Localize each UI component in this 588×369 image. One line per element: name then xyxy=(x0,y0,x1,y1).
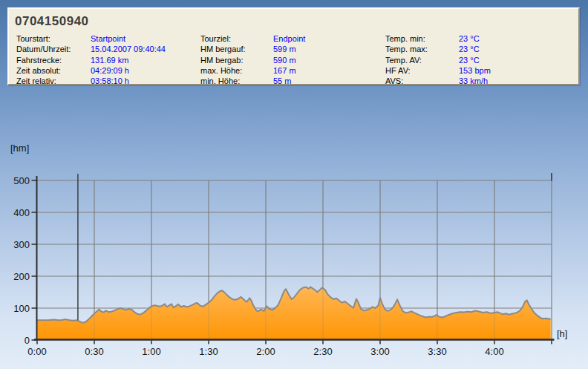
x-axis xyxy=(34,340,555,344)
app-background: { "window": { "title": "0704150940" }, "… xyxy=(0,0,588,369)
info-label: Datum/Uhrzeit: xyxy=(16,44,91,54)
info-label: Tourziel: xyxy=(200,33,273,44)
info-value: Endpoint xyxy=(273,34,305,43)
info-value: 15.04.2007 09:40:44 xyxy=(91,45,166,53)
info-value: 23 °C xyxy=(459,45,480,53)
svg-text:1:00: 1:00 xyxy=(142,346,160,357)
y-tick-labels: 0100200300400500 xyxy=(13,175,30,346)
info-label: Zeit absolut: xyxy=(16,65,91,76)
info-label: Tourstart: xyxy=(16,33,91,44)
info-row: Temp. AV:23 °C xyxy=(385,55,491,65)
y-axis-unit-label: [hm] xyxy=(10,143,29,154)
info-value: 23 °C xyxy=(459,56,480,65)
info-row: HM bergab:590 m xyxy=(200,55,305,65)
info-column-tour: Tourstart:StartpointDatum/Uhrzeit:15.04.… xyxy=(16,33,166,86)
info-label: max. Höhe: xyxy=(200,65,273,76)
svg-text:4:00: 4:00 xyxy=(485,346,503,357)
x-tick-labels: 0:000:301:001:302:002:303:003:304:00 xyxy=(27,346,503,357)
info-label: Fahrstrecke: xyxy=(16,55,91,65)
elevation-chart[interactable]: 01002003004005000:000:301:001:302:002:30… xyxy=(0,137,588,369)
info-row: AVS:33 km/h xyxy=(385,76,491,86)
info-row: Tourziel:Endpoint xyxy=(200,33,305,44)
svg-text:300: 300 xyxy=(13,239,30,250)
info-row: Datum/Uhrzeit:15.04.2007 09:40:44 xyxy=(16,44,166,54)
info-row: Fahrstrecke:131.69 km xyxy=(16,55,166,65)
info-row: HM bergauf:599 m xyxy=(200,44,305,54)
info-label: HF AV: xyxy=(385,65,459,76)
tour-title: 0704150940 xyxy=(15,14,578,29)
info-label: HM bergab: xyxy=(200,55,273,65)
elevation-area xyxy=(37,287,551,340)
info-row: Tourstart:Startpoint xyxy=(16,33,166,44)
info-label: HM bergauf: xyxy=(200,44,273,54)
svg-text:0:00: 0:00 xyxy=(27,346,46,357)
info-label: AVS: xyxy=(385,76,459,86)
svg-text:0: 0 xyxy=(24,335,30,346)
svg-text:3:30: 3:30 xyxy=(428,346,446,357)
svg-text:1:30: 1:30 xyxy=(199,346,218,357)
info-value: 153 bpm xyxy=(459,66,491,75)
svg-text:500: 500 xyxy=(13,175,30,186)
info-row: HF AV:153 bpm xyxy=(385,65,491,76)
info-value: 131.69 km xyxy=(91,56,128,65)
info-column-elevation: Tourziel:EndpointHM bergauf:599 mHM berg… xyxy=(200,33,305,86)
info-row: Zeit absolut:04:29:09 h xyxy=(16,65,166,76)
info-row: max. Höhe:167 m xyxy=(200,65,305,76)
info-row: Temp. max:23 °C xyxy=(385,44,491,54)
info-row: Zeit relativ:03:58:10 h xyxy=(16,76,166,86)
info-value: 599 m xyxy=(273,45,296,53)
info-column-stats: Temp. min:23 °CTemp. max:23 °CTemp. AV:2… xyxy=(385,33,491,86)
info-label: Temp. AV: xyxy=(385,55,459,65)
info-value: 55 m xyxy=(273,76,291,85)
info-value: 167 m xyxy=(273,66,296,75)
info-label: Temp. min: xyxy=(385,33,459,44)
svg-text:100: 100 xyxy=(13,303,30,314)
info-value: 590 m xyxy=(273,56,296,65)
info-value: Startpoint xyxy=(91,34,125,43)
info-row: min. Höhe:55 m xyxy=(200,76,305,86)
svg-text:2:00: 2:00 xyxy=(256,346,275,357)
info-value: 03:58:10 h xyxy=(91,76,129,85)
svg-text:400: 400 xyxy=(13,207,30,218)
x-axis-unit-label: [h] xyxy=(557,328,567,339)
info-label: min. Höhe: xyxy=(200,76,273,86)
info-row: Temp. min:23 °C xyxy=(385,33,491,44)
info-value: 33 km/h xyxy=(459,76,488,85)
svg-text:200: 200 xyxy=(13,271,30,282)
tour-info-panel: 0704150940 Tourstart:StartpointDatum/Uhr… xyxy=(7,7,580,85)
info-value: 23 °C xyxy=(459,34,480,43)
svg-text:3:00: 3:00 xyxy=(370,346,389,357)
svg-text:0:30: 0:30 xyxy=(85,346,103,357)
svg-text:2:30: 2:30 xyxy=(313,346,332,357)
info-label: Zeit relativ: xyxy=(16,76,91,86)
info-label: Temp. max: xyxy=(385,44,459,54)
info-value: 04:29:09 h xyxy=(91,66,129,75)
